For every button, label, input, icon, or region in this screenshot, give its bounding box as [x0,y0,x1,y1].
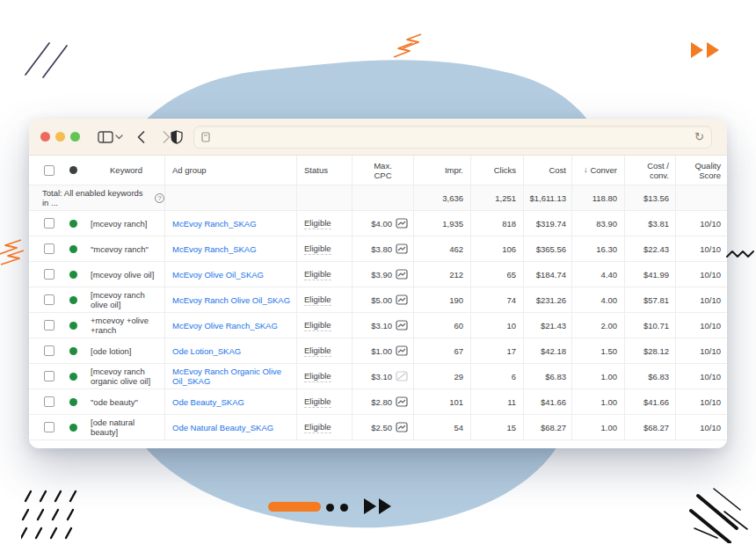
keyword-row: [mcevoy ranch olive oil] McEvoy Ranch Ol… [29,287,727,313]
zoom-window-button[interactable] [70,132,80,142]
header-quality-score[interactable]: Quality Score [675,156,727,185]
cell-conversions: 83.90 [571,211,624,236]
ad-group-link[interactable]: McEvoy Ranch Olive Oil_SKAG [172,295,290,305]
sort-desc-icon: ↓ [584,165,588,175]
hatch-slashes-bottom-left-icon [21,486,84,542]
cell-clicks: 818 [470,211,523,236]
header-keyword[interactable]: Keyword [88,156,164,185]
row-checkbox[interactable] [44,320,55,330]
header-clicks[interactable]: Clicks [470,156,523,185]
row-checkbox[interactable] [44,371,55,381]
header-status-dot [58,156,88,185]
forward-button[interactable] [163,131,171,143]
total-label: Total: All enabled keywords in ... ? [29,185,164,210]
close-window-button[interactable] [40,132,50,142]
back-button[interactable] [137,131,145,143]
bid-chart-icon[interactable] [396,371,408,381]
enabled-status-icon [69,424,77,432]
bid-chart-icon[interactable] [396,269,408,280]
row-checkbox[interactable] [44,218,55,229]
cell-cost: $231.26 [523,287,571,312]
ad-group-link[interactable]: McEvoy Olive Ranch_SKAG [172,321,278,330]
cell-max-cpc: $3.90 [371,270,392,280]
bid-chart-icon[interactable] [396,345,408,356]
header-select-all[interactable] [29,156,58,185]
cell-conversions: 1.00 [571,415,624,439]
address-input[interactable] [215,132,694,142]
keyword-row: "ode beauty" Ode Beauty_SKAG Eligible $2… [29,389,727,415]
sidebar-dropdown-button[interactable] [115,134,123,140]
cell-quality-score: 10/10 [675,262,727,287]
help-icon[interactable]: ? [155,193,164,203]
cell-keyword: [ode lotion] [88,338,164,363]
ad-group-link[interactable]: Ode Lotion_SKAG [172,346,241,356]
cell-max-cpc: $5.00 [371,295,392,305]
minimize-window-button[interactable] [55,132,65,142]
header-impressions[interactable]: Impr. [413,156,470,185]
header-conversions[interactable]: ↓ Conver [571,156,624,185]
cell-quality-score: 10/10 [675,389,727,414]
cell-impressions: 462 [413,236,470,261]
header-ad-group[interactable]: Ad group [164,156,296,185]
ad-group-link[interactable]: McEvoy Ranch_SKAG [172,244,257,254]
ad-group-link[interactable]: Ode Natural Beauty_SKAG [172,423,273,432]
cell-cost: $184.74 [523,262,571,287]
privacy-shield-button[interactable] [171,130,183,144]
zigzag-squiggle-right-icon [726,246,756,262]
cell-max-cpc: $1.00 [371,346,392,356]
enabled-status-icon [69,220,77,228]
cell-keyword: [mcevoy ranch olive oil] [88,287,164,312]
header-status[interactable]: Status [296,156,352,185]
refresh-icon[interactable]: ↻ [694,131,704,142]
ad-group-link[interactable]: McEvoy Ranch_SKAG [172,219,257,229]
cell-impressions: 212 [413,262,470,287]
shield-icon [171,130,183,144]
header-max-cpc[interactable]: Max. CPC [352,156,413,185]
row-checkbox[interactable] [44,396,55,407]
header-cost-per-conv[interactable]: Cost / conv. [624,156,675,185]
row-checkbox[interactable] [44,294,55,305]
cell-max-cpc: $3.10 [371,321,392,330]
total-row: Total: All enabled keywords in ... ? 3,6… [29,185,727,211]
cell-clicks: 6 [470,364,523,389]
keyword-row: "mcevoy ranch" McEvoy Ranch_SKAG Eligibl… [29,236,727,262]
cell-status: Eligible [304,396,331,408]
cell-cost-per-conv: $57.81 [624,287,675,312]
browser-window: ↻ Keyword Ad group Status Max. CPC Impr.… [29,119,727,448]
cell-cost-per-conv: $10.71 [624,313,675,338]
ad-group-link[interactable]: Ode Beauty_SKAG [172,397,244,407]
row-checkbox[interactable] [44,243,55,254]
sidebar-toggle-button[interactable] [98,131,113,143]
row-checkbox[interactable] [44,345,55,356]
total-cost: $1,611.13 [523,185,571,210]
bid-chart-icon[interactable] [396,396,408,407]
cell-cost-per-conv: $41.66 [624,389,675,414]
bid-chart-icon[interactable] [396,294,408,305]
ad-group-link[interactable]: McEvoy Olive Oil_SKAG [172,270,264,280]
row-checkbox[interactable] [44,269,55,280]
select-all-checkbox[interactable] [44,165,55,176]
cell-conversions: 1.00 [571,364,624,389]
ad-group-link[interactable]: McEvoy Ranch Organic Olive Oil_SKAG [172,367,291,386]
bid-chart-icon[interactable] [396,243,408,254]
cell-max-cpc: $4.00 [371,219,392,229]
total-conversions: 118.80 [571,185,624,210]
fast-forward-arrows-icon [691,42,719,58]
row-checkbox[interactable] [44,422,55,432]
bid-chart-icon[interactable] [396,320,408,330]
cell-impressions: 60 [413,313,470,338]
cell-status: Eligible [304,371,331,382]
browser-toolbar: ↻ [29,119,727,156]
cell-cost: $68.27 [523,415,571,439]
url-bar[interactable]: ↻ [193,126,712,149]
header-cost[interactable]: Cost [523,156,571,185]
cell-keyword: "ode beauty" [88,389,164,414]
enabled-status-icon [69,347,77,355]
bid-chart-icon[interactable] [396,422,408,432]
enabled-status-icon [69,271,77,279]
cell-cost-per-conv: $41.99 [624,262,675,287]
bid-chart-icon[interactable] [396,218,408,229]
cell-clicks: 74 [470,287,523,312]
spark-doodle-top-icon [391,32,430,60]
spark-doodle-left-edge-icon [0,238,26,268]
